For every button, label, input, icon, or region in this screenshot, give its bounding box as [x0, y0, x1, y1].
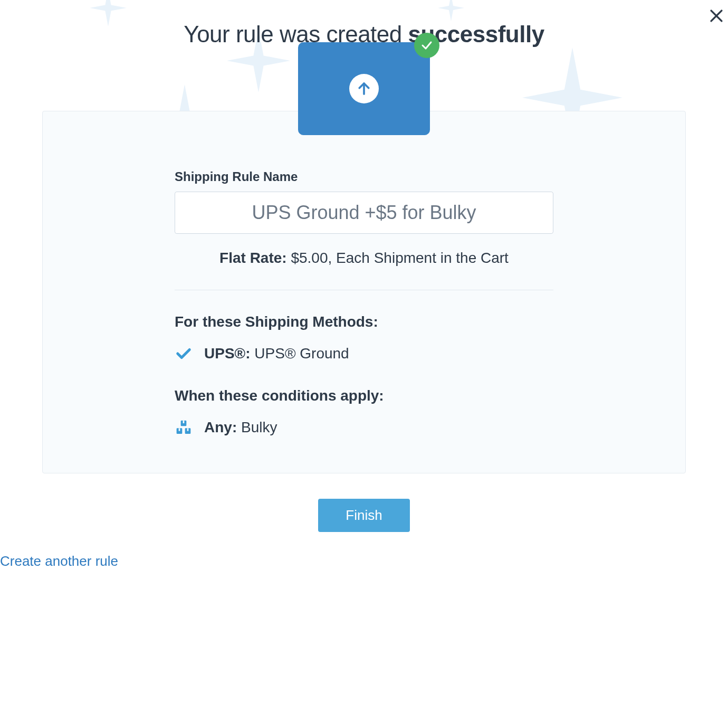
boxes-icon: [175, 419, 193, 436]
carrier-value: UPS® Ground: [251, 345, 349, 362]
condition-mode-label: Any:: [204, 419, 237, 435]
divider: [175, 290, 553, 290]
svg-rect-8: [187, 428, 189, 431]
rate-label: Flat Rate:: [219, 250, 287, 266]
summary-card: Shipping Rule Name Flat Rate: $5.00, Eac…: [42, 111, 686, 473]
condition-row: Any: Bulky: [175, 419, 553, 436]
arrow-up-icon: [349, 74, 379, 103]
methods-heading: For these Shipping Methods:: [175, 314, 553, 330]
conditions-heading: When these conditions apply:: [175, 387, 553, 404]
carrier-label: UPS®:: [204, 345, 251, 362]
rate-value: $5.00, Each Shipment in the Cart: [287, 250, 509, 266]
success-hero-badge: [298, 42, 430, 135]
rule-name-input[interactable]: [175, 192, 553, 234]
check-circle-icon: [414, 33, 439, 58]
shipping-method-row: UPS®: UPS® Ground: [175, 345, 553, 362]
svg-rect-6: [183, 421, 185, 423]
create-another-link[interactable]: Create another rule: [0, 553, 118, 569]
svg-rect-7: [179, 428, 180, 431]
finish-button[interactable]: Finish: [318, 499, 409, 532]
condition-mode-value: Bulky: [237, 419, 277, 435]
rate-summary: Flat Rate: $5.00, Each Shipment in the C…: [175, 250, 553, 267]
check-icon: [175, 346, 193, 362]
rule-name-label: Shipping Rule Name: [175, 169, 553, 184]
